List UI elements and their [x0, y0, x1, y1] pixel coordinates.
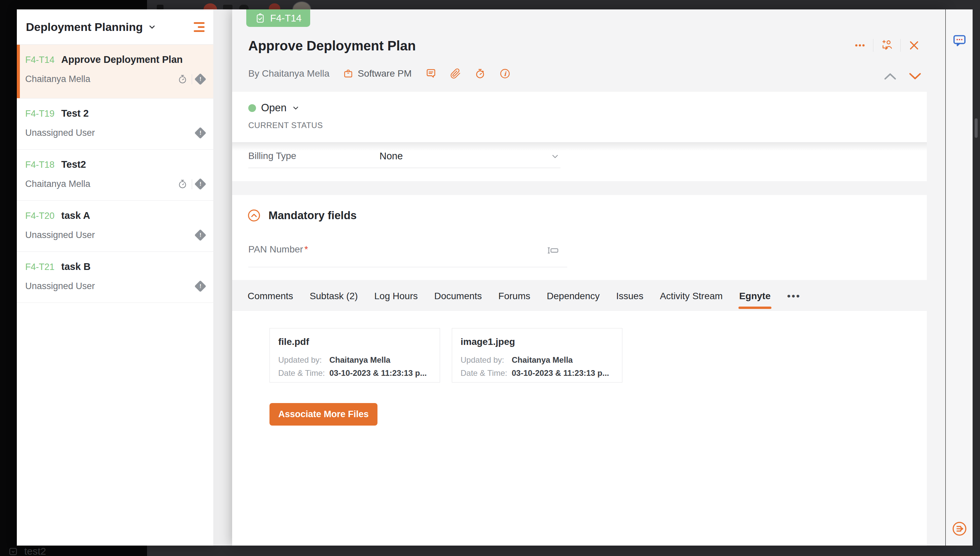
date-time-label: Date & Time:	[460, 367, 512, 380]
task-id: F4-T21	[25, 262, 55, 272]
filter-menu-icon[interactable]	[194, 20, 204, 34]
task-list-item[interactable]: F4-T14 Approve Deployment Plan Chaitanya…	[17, 45, 213, 99]
billing-type-field[interactable]: Billing Type None	[248, 148, 560, 168]
file-name: file.pdf	[278, 336, 440, 347]
comments-icon[interactable]	[425, 68, 437, 79]
role-tag[interactable]: Software PM	[343, 68, 411, 79]
task-assignee: Unassigned User	[25, 230, 95, 240]
mandatory-fields-card: Mandatory fields PAN Number*	[232, 195, 927, 280]
date-time-value: 03-10-2023 & 11:23:13 p...	[329, 367, 427, 380]
status-dropdown[interactable]: Open	[248, 102, 300, 114]
background-task-label: test2	[24, 546, 46, 556]
task-detail-panel: F4-T14 Approve Deployment Plan By Chaita…	[232, 10, 945, 546]
tab-subtask[interactable]: Subtask (2)	[309, 291, 358, 302]
detail-toolbar	[854, 39, 920, 52]
right-utility-rail	[946, 10, 973, 546]
date-time-label: Date & Time:	[278, 367, 329, 380]
egnyte-tab-content: file.pdf Updated by: Chaitanya Mella Dat…	[232, 311, 927, 546]
app-screenshot: test2 Deployment Planning F4-T14 Approve…	[0, 0, 980, 556]
task-id-badge: F4-T14	[246, 10, 310, 27]
more-actions-icon[interactable]	[854, 40, 866, 51]
date-time-value: 03-10-2023 & 11:23:13 p...	[512, 367, 609, 380]
updated-by-label: Updated by:	[278, 353, 329, 367]
tasklist-switcher[interactable]: Deployment Planning	[26, 21, 156, 34]
updated-by-label: Updated by:	[460, 353, 512, 367]
task-list-item[interactable]: F4-T19 Test 2 Unassigned User !	[17, 99, 213, 150]
priority-icon[interactable]: !	[194, 178, 206, 190]
status-card: Open CURRENT STATUS Billing Type None	[232, 92, 927, 181]
tab-dependency[interactable]: Dependency	[547, 291, 599, 302]
task-id: F4-T19	[25, 108, 55, 119]
tabs-more-icon[interactable]: •••	[787, 291, 801, 302]
pan-number-input[interactable]	[332, 243, 522, 258]
task-title: task A	[61, 210, 90, 221]
previous-task-icon[interactable]	[883, 72, 897, 81]
task-id: F4-T18	[25, 160, 55, 170]
priority-icon[interactable]: !	[194, 229, 206, 241]
timer-icon[interactable]	[177, 74, 188, 84]
tab-issues[interactable]: Issues	[616, 291, 643, 302]
divider	[192, 179, 192, 189]
pan-number-label: PAN Number*	[248, 244, 308, 255]
browser-bottom-strip	[147, 546, 980, 556]
task-detail-title: Approve Deployment Plan	[248, 38, 416, 53]
task-assignee: Chaitanya Mella	[25, 179, 91, 189]
task-list-item[interactable]: F4-T21 task B Unassigned User !	[17, 252, 213, 303]
task-byline-row: By Chaitanya Mella Software PM i	[248, 66, 511, 81]
task-assignee: Chaitanya Mella	[25, 74, 91, 84]
panel-gap	[213, 10, 232, 546]
close-icon[interactable]	[908, 39, 920, 52]
tab-activity-stream[interactable]: Activity Stream	[660, 291, 722, 302]
tab-forums[interactable]: Forums	[498, 291, 530, 302]
divider	[192, 74, 192, 84]
task-title: task B	[61, 261, 91, 272]
task-id-badge-label: F4-T14	[270, 13, 301, 24]
tab-documents[interactable]: Documents	[434, 291, 482, 302]
sidebar-header: Deployment Planning	[17, 10, 213, 45]
file-card[interactable]: image1.jpeg Updated by: Chaitanya Mella …	[452, 328, 622, 383]
task-title: Approve Deployment Plan	[61, 54, 183, 65]
task-assignee: Unassigned User	[25, 128, 95, 138]
chat-icon[interactable]	[952, 33, 967, 48]
associate-more-files-button[interactable]: Associate More Files	[269, 403, 377, 425]
pan-number-field: PAN Number*	[248, 241, 567, 267]
tab-egnyte[interactable]: Egnyte	[739, 291, 770, 302]
svg-text:i: i	[504, 70, 507, 77]
status-dot-icon	[248, 104, 256, 112]
attachment-icon[interactable]	[450, 68, 461, 79]
chevron-down-icon	[148, 23, 156, 31]
divider	[873, 39, 873, 52]
task-list-item[interactable]: F4-T20 task A Unassigned User !	[17, 201, 213, 252]
task-author: By Chaitanya Mella	[248, 68, 329, 79]
text-field-type-icon	[546, 245, 560, 256]
file-card[interactable]: file.pdf Updated by: Chaitanya Mella Dat…	[269, 328, 440, 383]
file-name: image1.jpeg	[460, 336, 622, 347]
toolbar-glyph	[223, 5, 232, 10]
collapse-section-icon[interactable]	[247, 208, 261, 223]
toolbar-glyph	[157, 5, 164, 10]
avatar	[292, 2, 311, 10]
feed-arrow-icon[interactable]	[951, 521, 967, 537]
billing-type-value: None	[379, 148, 403, 164]
task-navigation	[883, 72, 922, 81]
reassign-user-icon[interactable]	[881, 39, 893, 52]
divider	[900, 39, 901, 52]
priority-icon[interactable]: !	[194, 73, 206, 85]
task-assignee: Unassigned User	[25, 281, 95, 291]
info-icon[interactable]: i	[499, 68, 511, 79]
checkbox-icon	[8, 546, 18, 556]
timer-icon[interactable]	[475, 68, 486, 79]
priority-icon[interactable]: !	[194, 280, 206, 292]
next-task-icon[interactable]	[908, 72, 922, 81]
required-asterisk: *	[305, 244, 308, 254]
tab-comments[interactable]: Comments	[248, 291, 293, 302]
timer-icon[interactable]	[177, 179, 188, 189]
chevron-down-icon	[551, 152, 560, 161]
scrollbar-thumb[interactable]	[975, 118, 978, 138]
briefcase-icon	[343, 68, 353, 79]
task-list-item[interactable]: F4-T18 Test2 Chaitanya Mella !	[17, 150, 213, 201]
browser-top-strip	[147, 0, 980, 10]
priority-icon[interactable]: !	[194, 127, 206, 139]
task-list-sidebar: Deployment Planning F4-T14 Approve Deplo…	[17, 10, 213, 546]
tab-log-hours[interactable]: Log Hours	[374, 291, 418, 302]
